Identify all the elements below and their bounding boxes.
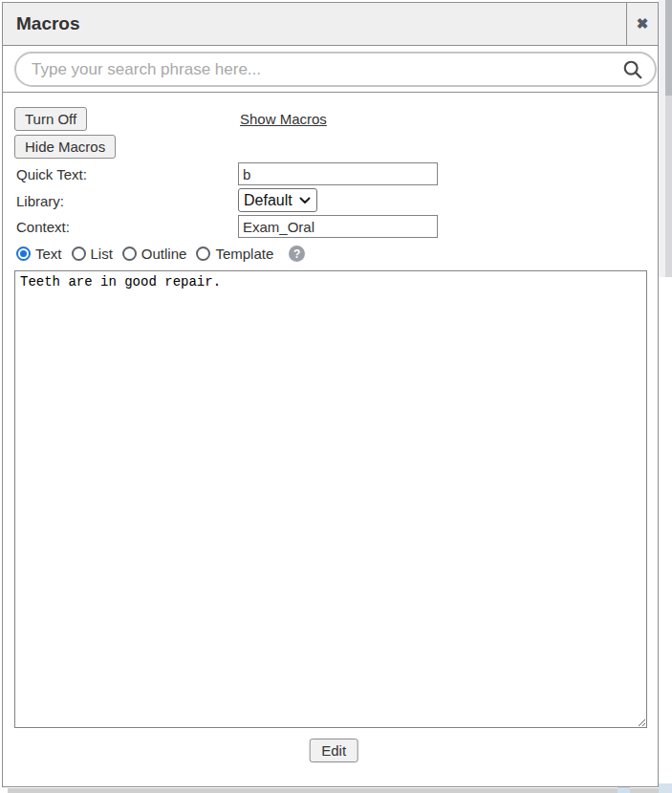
close-icon: ✖ <box>637 15 649 32</box>
radio-list[interactable]: List <box>72 246 113 262</box>
dialog-shadow <box>8 788 659 793</box>
help-icon[interactable]: ? <box>289 246 305 262</box>
library-label: Library: <box>16 193 64 209</box>
quick-text-label: Quick Text: <box>16 166 87 182</box>
macro-type-radio-group: Text List Outline Template ? <box>16 246 305 262</box>
show-macros-link[interactable]: Show Macros <box>240 111 327 127</box>
library-selected-value: Default <box>244 192 299 209</box>
radio-text[interactable]: Text <box>16 246 62 262</box>
radio-template-label: Template <box>215 246 273 262</box>
radio-button-icon <box>72 246 86 261</box>
page-background: Macros ✖ Turn Off Show Macros Hide Macro… <box>0 0 672 793</box>
radio-outline-label: Outline <box>141 246 187 262</box>
radio-text-label: Text <box>35 246 62 262</box>
edit-button[interactable]: Edit <box>309 739 358 762</box>
radio-list-label: List <box>91 246 113 262</box>
search-bar <box>14 52 657 87</box>
macro-content-textarea[interactable]: Teeth are in good repair. <box>14 270 647 728</box>
quick-text-input[interactable] <box>238 162 438 185</box>
hide-macros-button[interactable]: Hide Macros <box>14 135 116 159</box>
background-fragment <box>618 786 630 793</box>
radio-template[interactable]: Template <box>196 246 273 262</box>
close-button[interactable]: ✖ <box>626 3 658 45</box>
search-input[interactable] <box>32 60 622 79</box>
dialog-content: Turn Off Show Macros Hide Macros Quick T… <box>3 93 658 784</box>
radio-button-icon <box>122 246 137 261</box>
search-icon[interactable] <box>622 59 643 80</box>
radio-outline[interactable]: Outline <box>122 246 187 262</box>
background-scrollbar-thumb[interactable] <box>665 0 672 96</box>
dialog-header: Macros ✖ <box>3 3 658 46</box>
dialog-title: Macros <box>3 3 626 45</box>
macros-dialog: Macros ✖ Turn Off Show Macros Hide Macro… <box>2 2 659 787</box>
context-input[interactable] <box>238 215 438 238</box>
turn-off-button[interactable]: Turn Off <box>14 107 87 131</box>
background-fragment <box>659 783 672 793</box>
radio-button-icon <box>16 246 31 261</box>
library-select[interactable]: Default <box>238 188 317 212</box>
chevron-down-icon <box>299 197 311 204</box>
radio-button-icon <box>196 246 210 261</box>
search-section <box>3 46 658 93</box>
context-label: Context: <box>16 219 70 235</box>
